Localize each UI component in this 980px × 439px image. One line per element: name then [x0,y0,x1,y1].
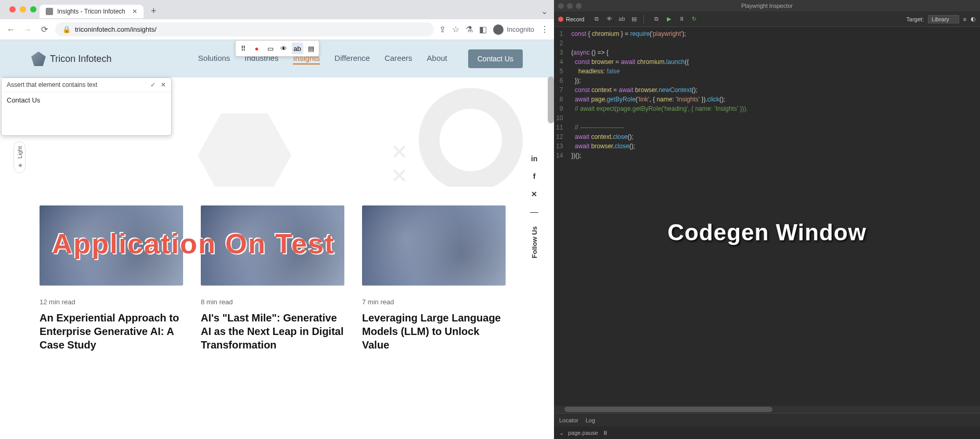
logo-icon [31,51,46,66]
inspector-tab-log[interactable]: Log [586,417,595,423]
inspector-window-controls [558,3,582,9]
flask-icon[interactable]: ⚗ [466,24,473,34]
record-button[interactable]: Record [558,16,584,22]
page-scrollbar[interactable] [548,76,554,123]
tabs-dropdown-icon[interactable]: ⌄ [541,6,548,16]
card-title: Leveraging Large Language Models (LLM) t… [362,311,506,352]
minimize-window-icon[interactable] [20,6,26,12]
window-controls [3,2,43,14]
card-image [362,205,506,286]
inspector-status-bar: ⌄ page.pause ⏸ [554,427,980,439]
url-host: triconinfotech.com [75,25,130,33]
pause-icon[interactable]: ⏸ [677,16,686,22]
facebook-icon[interactable]: f [533,172,536,180]
lock-icon: 🔒 [62,25,71,33]
codegen-overlay-text: Codegen Window [667,220,867,246]
inspect-icon[interactable]: 👁 [278,43,290,54]
inspector-run-icons: ⧉ ▶ ⏸ ↻ [652,16,698,22]
site-logo[interactable]: Tricon Infotech [31,51,111,66]
hero-circle-shape [419,88,523,187]
inspector-tool-icons: ⧉ 👁 ab ▤ [592,16,638,22]
close-window-icon[interactable] [9,6,16,12]
editor-hscrollbar[interactable] [554,406,980,413]
target-select[interactable]: Library [928,15,959,23]
line-gutter: 1234567891011121314 [554,27,567,406]
browser-tab[interactable]: Insights - Tricon Infotech ✕ [40,5,144,18]
drag-handle-icon[interactable]: ⠿ [238,43,249,54]
code-editor[interactable]: 1234567891011121314 const { chromium } =… [554,27,980,406]
card-read-time: 12 min read [40,298,183,306]
tab-close-icon[interactable]: ✕ [132,8,137,15]
copy-icon[interactable]: ⧉ [652,16,661,22]
assert-value-icon[interactable]: ▤ [305,43,317,54]
assert-ab-icon[interactable]: ab [617,16,626,22]
inspector-titlebar: Playwright Inspector [554,0,980,11]
inspector-tab-locator[interactable]: Locator [559,417,578,423]
inspector-toolbar: Record ⧉ 👁 ab ▤ ⧉ ▶ ⏸ ↻ Target: Library … [554,11,980,27]
assert-popup-header: Assert that element contains text ✓ ✕ [2,78,171,92]
card-title: An Experiential Approach to Enterprise G… [40,311,183,352]
assert-close-icon[interactable]: ✕ [161,81,166,88]
incognito-icon [493,24,504,35]
profile-incognito[interactable]: Incognito [493,24,534,35]
assert-text-icon[interactable]: ab [292,43,303,54]
inspector-bottom-tabs: LocatorLog [554,413,980,427]
page-viewport: ⠿ ● ▭ 👁 ab ▤ Tricon Infotech SolutionsIn… [0,40,554,439]
new-tab-button[interactable]: + [148,5,160,18]
forward-button[interactable]: → [22,24,33,35]
chevron-down-icon[interactable]: ⌄ [559,430,564,436]
step-icon[interactable]: ↻ [690,16,698,22]
follow-label: Follow Us [531,226,538,258]
address-bar: ← → ⟳ 🔒 triconinfotech.com/insights/ ⇪ ☆… [0,19,554,40]
light-label: Light [17,146,23,159]
pick-locator-icon[interactable]: ⧉ [592,16,601,22]
playwright-inspector-window: Playwright Inspector Record ⧉ 👁 ab ▤ ⧉ ▶… [554,0,980,439]
nav-item-careers[interactable]: Careers [384,54,412,64]
hscroll-thumb[interactable] [564,407,772,412]
status-text: page.pause [568,430,598,436]
assert-accept-icon[interactable]: ✓ [150,81,156,88]
panel-icon[interactable]: ◧ [479,24,487,34]
twitter-icon[interactable]: ✕ [531,190,537,198]
back-button[interactable]: ← [5,24,17,35]
reload-button[interactable]: ⟳ [38,24,50,35]
assert-box-icon[interactable]: ▤ [630,16,638,22]
browser-header: Insights - Tricon Infotech ✕ + ⌄ ← → ⟳ 🔒… [0,0,554,40]
maximize-window-icon[interactable] [30,6,36,12]
overlay-caption: Application On Test [52,227,335,260]
nav-item-difference[interactable]: Difference [334,54,370,64]
follow-sidebar: in f ✕ — Follow Us [530,154,538,258]
record-icon[interactable]: ● [251,43,263,54]
kebab-menu-icon[interactable]: ⋮ [540,24,549,34]
nav-item-about[interactable]: About [427,54,447,64]
code-content[interactable]: const { chromium } = require('playwright… [567,27,752,406]
menu-icon[interactable]: ≡ [963,16,966,22]
insp-close-icon[interactable] [558,3,564,9]
hero-x-shape: ✕✕ [391,140,408,187]
light-mode-toggle[interactable]: ☀ Light [14,141,25,173]
resume-icon[interactable]: ▶ [665,16,673,22]
share-icon[interactable]: ⇪ [439,24,446,34]
screenshot-icon[interactable]: ▭ [265,43,276,54]
insp-min-icon[interactable] [567,3,573,9]
chrome-window: Insights - Tricon Infotech ✕ + ⌄ ← → ⟳ 🔒… [0,0,554,439]
theme-icon[interactable]: ◐ [971,16,976,22]
assert-popup-title: Assert that element contains text [7,81,97,88]
bookmark-icon[interactable]: ☆ [452,24,459,34]
pause-status-icon: ⏸ [602,430,608,436]
card-read-time: 7 min read [362,298,506,306]
nav-item-solutions[interactable]: Solutions [198,54,230,64]
assert-text-input[interactable]: Contact Us [2,92,171,135]
insp-max-icon[interactable] [576,3,582,9]
url-path: /insights/ [130,25,157,33]
linkedin-icon[interactable]: in [531,154,537,163]
card-title: AI's "Last Mile": Generative AI as the N… [201,311,344,352]
assert-text-popup: Assert that element contains text ✓ ✕ Co… [1,78,172,136]
hero-hex-shape [198,109,291,187]
eye-icon[interactable]: 👁 [605,16,613,22]
url-input[interactable]: 🔒 triconinfotech.com/insights/ [55,22,434,36]
follow-divider: — [530,208,538,217]
article-card[interactable]: 7 min read Leveraging Large Language Mod… [362,205,506,352]
target-label: Target: [906,16,924,22]
contact-us-button[interactable]: Contact Us [468,49,523,68]
